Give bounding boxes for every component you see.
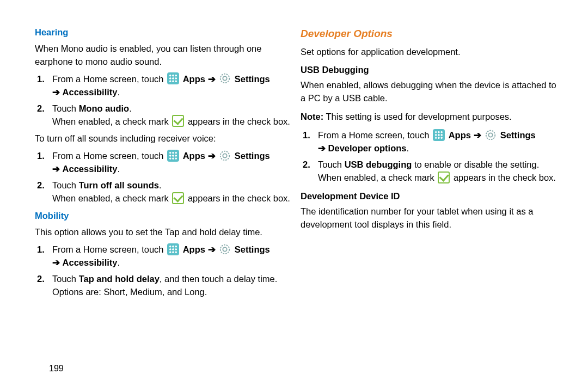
list-item: 1. From a Home screen, touch Apps ➔ Sett… (47, 73, 295, 99)
apps-label: Apps (183, 74, 205, 84)
text: , and then touch a delay time. (160, 274, 277, 284)
usb-debugging-heading: USB Debugging (301, 64, 561, 77)
step-text: From a Home screen, touch (318, 130, 432, 140)
svg-point-6 (488, 133, 492, 137)
arrow-icon: ➔ (52, 164, 60, 174)
settings-label: Settings (235, 74, 270, 84)
gear-icon (485, 129, 497, 141)
period: . (129, 103, 132, 113)
hearing-steps-2: 1. From a Home screen, touch Apps ➔ Sett… (35, 150, 295, 205)
list-item: 1. From a Home screen, touch Apps ➔ Sett… (47, 150, 295, 176)
text: appears in the check box. (188, 117, 290, 126)
list-item: 2. Touch Tap and hold delay, and then to… (47, 273, 295, 299)
arrow-icon: ➔ (208, 244, 216, 254)
step-number: 2. (37, 179, 45, 192)
svg-point-1 (220, 74, 230, 83)
dev-device-id-heading: Development Device ID (301, 190, 561, 203)
period: . (117, 87, 120, 97)
apps-label: Apps (449, 130, 471, 140)
manual-page: Hearing When Mono audio is enabled, you … (0, 0, 588, 392)
checkmark-icon (172, 115, 184, 127)
svg-point-4 (223, 247, 226, 251)
usb-debugging-label: USB debugging (345, 160, 412, 169)
turnoff-label: Turn off all sounds (79, 180, 159, 190)
text: When enabled, a check mark (318, 173, 437, 182)
svg-point-7 (486, 131, 495, 140)
step-text: Touch (318, 160, 345, 169)
arrow-icon: ➔ (52, 258, 60, 267)
step-text: From a Home screen, touch (52, 74, 166, 84)
svg-point-2 (223, 154, 226, 157)
page-number: 199 (49, 364, 64, 373)
text: When enabled, a check mark (52, 117, 171, 126)
step-text: Touch (52, 180, 79, 190)
gear-icon (219, 243, 231, 255)
arrow-icon: ➔ (318, 143, 326, 153)
period: . (159, 180, 162, 190)
accessibility-label: Accessibility (63, 164, 118, 174)
step-number: 1. (37, 73, 45, 86)
note-line: Note: This setting is used for developme… (301, 111, 561, 124)
developer-options-heading: Developer Options (301, 26, 561, 41)
tap-hold-label: Tap and hold delay (79, 274, 160, 284)
list-item: 1. From a Home screen, touch Apps ➔ Sett… (47, 243, 295, 270)
gear-icon (219, 72, 231, 84)
text: appears in the check box. (188, 193, 290, 203)
period: . (117, 258, 120, 267)
step-number: 2. (303, 158, 310, 171)
step-number: 2. (37, 102, 45, 115)
step-text: From a Home screen, touch (52, 151, 166, 161)
list-item: 2. Touch USB debugging to enable or disa… (313, 158, 561, 185)
apps-icon (167, 150, 179, 162)
hearing-steps-1: 1. From a Home screen, touch Apps ➔ Sett… (35, 73, 295, 128)
check-note: When enabled, a check mark appears in th… (52, 115, 295, 128)
dev-device-id-desc: The identification number for your table… (301, 205, 561, 231)
left-column: Hearing When Mono audio is enabled, you … (35, 26, 295, 381)
options-text: Options are: Short, Medium, and Long. (52, 286, 295, 299)
devopts-intro: Set options for application development. (301, 46, 561, 59)
turnoff-intro: To turn off all sounds including receive… (35, 132, 295, 145)
apps-icon (167, 72, 179, 84)
arrow-icon: ➔ (208, 74, 216, 84)
gear-icon (219, 150, 231, 162)
svg-point-0 (223, 77, 226, 81)
list-item: 2. Touch Turn off all sounds. When enabl… (47, 179, 295, 205)
hearing-intro: When Mono audio is enabled, you can list… (35, 42, 295, 69)
step-text: Touch (52, 274, 79, 284)
accessibility-label: Accessibility (63, 258, 118, 267)
usb-desc: When enabled, allows debugging when the … (301, 79, 561, 105)
checkmark-icon (438, 171, 450, 183)
note-text: This setting is used for development pur… (323, 112, 511, 121)
arrow-icon: ➔ (52, 87, 60, 97)
hearing-heading: Hearing (35, 26, 295, 39)
step-number: 1. (303, 129, 310, 142)
apps-icon (433, 129, 445, 141)
arrow-icon: ➔ (208, 151, 216, 161)
text: appears in the check box. (454, 173, 556, 182)
step-text: From a Home screen, touch (52, 244, 166, 254)
arrow-icon: ➔ (474, 130, 481, 140)
settings-label: Settings (235, 151, 270, 161)
devopts-label: Developer options (328, 143, 407, 153)
usb-steps: 1. From a Home screen, touch Apps ➔ Sett… (301, 129, 561, 185)
check-note: When enabled, a check mark appears in th… (52, 192, 295, 205)
step-number: 1. (37, 150, 45, 163)
mobility-steps: 1. From a Home screen, touch Apps ➔ Sett… (35, 243, 295, 299)
checkmark-icon (172, 192, 184, 204)
mobility-intro: This option allows you to set the Tap an… (35, 226, 295, 239)
step-number: 2. (37, 273, 45, 286)
check-note: When enabled, a check mark appears in th… (318, 171, 561, 185)
text: to enable or disable the setting. (412, 160, 539, 169)
apps-label: Apps (183, 244, 205, 254)
svg-point-3 (220, 151, 230, 161)
apps-icon (167, 243, 179, 255)
step-number: 1. (37, 243, 45, 256)
list-item: 1. From a Home screen, touch Apps ➔ Sett… (313, 129, 561, 155)
note-label: Note: (301, 112, 323, 121)
settings-label: Settings (500, 130, 536, 140)
step-text: Touch (52, 103, 79, 113)
period: . (117, 164, 120, 174)
settings-label: Settings (235, 244, 270, 254)
mobility-heading: Mobility (35, 210, 295, 223)
svg-point-5 (220, 244, 230, 254)
